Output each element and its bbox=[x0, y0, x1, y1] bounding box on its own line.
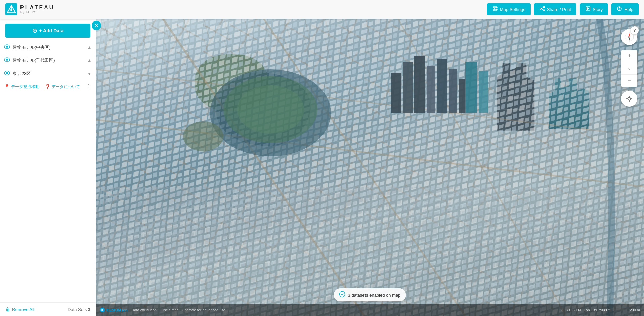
viewpoint-button[interactable]: 📍 データ視点移動 bbox=[4, 84, 39, 90]
viewpoint-label: データ視点移動 bbox=[11, 84, 39, 90]
svg-line-9 bbox=[541, 7, 543, 9]
layer-name-tokyo23: 東京23区 bbox=[13, 71, 84, 77]
zoom-out-button[interactable]: − bbox=[621, 75, 637, 87]
visibility-icon-chiyoda[interactable] bbox=[4, 57, 10, 63]
add-data-label: + Add Data bbox=[39, 28, 64, 33]
datasets-count: Data Sets 3 bbox=[68, 307, 90, 312]
map-coordinates: 35.71330°N Lon 139.79080°E 200 m bbox=[561, 308, 640, 312]
plateau-logo-icon bbox=[5, 3, 17, 15]
chevron-up-icon-chiyoda[interactable]: ▲ bbox=[87, 58, 92, 63]
longitude-display: Lon 139.79080°E bbox=[584, 308, 612, 312]
about-data-button[interactable]: ❓ データについて bbox=[45, 84, 80, 90]
svg-rect-40 bbox=[403, 62, 413, 113]
svg-marker-12 bbox=[587, 8, 589, 10]
story-icon bbox=[585, 6, 591, 13]
help-question-mark: ? bbox=[633, 28, 636, 33]
panel-close-button[interactable]: ✕ bbox=[92, 21, 101, 30]
svg-point-18 bbox=[6, 59, 8, 61]
map-canvas[interactable]: N ? + ○ − bbox=[96, 19, 644, 316]
trash-icon: 🗑 bbox=[5, 307, 10, 312]
svg-point-53 bbox=[628, 97, 631, 100]
share-icon bbox=[540, 6, 545, 13]
story-button[interactable]: Story bbox=[580, 3, 608, 15]
zoom-controls: + ○ − bbox=[621, 50, 637, 87]
help-button[interactable]: Help bbox=[611, 3, 639, 15]
sidebar: ⊕ + Add Data 建物モデル(中央区) ▲ 建物モデル(千代田区) ▲ bbox=[0, 19, 96, 316]
about-data-label: データについて bbox=[52, 84, 80, 90]
svg-point-14 bbox=[619, 10, 620, 10]
svg-rect-46 bbox=[465, 62, 477, 113]
layer-item-chiyoda[interactable]: 建物モデル(千代田区) ▲ bbox=[0, 54, 96, 67]
scale-value: 200 m bbox=[630, 308, 640, 312]
header-buttons: Map Settings Share / Print bbox=[487, 3, 639, 15]
layer-item-chuo[interactable]: 建物モデル(中央区) ▲ bbox=[0, 41, 96, 54]
upgrade-link[interactable]: Upgrade for advanced use bbox=[182, 308, 225, 312]
svg-text:N: N bbox=[629, 33, 630, 35]
svg-rect-43 bbox=[437, 59, 447, 113]
zoom-reset-button[interactable]: ○ bbox=[621, 62, 637, 75]
map-bottom-bar: CESIUM ion Data attribution Disclaimer U… bbox=[96, 304, 644, 316]
logo-subtitle: by MLIT bbox=[20, 11, 36, 14]
svg-point-6 bbox=[543, 6, 545, 8]
remove-all-button[interactable]: 🗑 Remove All bbox=[5, 307, 34, 312]
notification-text: 3 datasets enabled on map bbox=[348, 292, 401, 298]
layer-name-chiyoda: 建物モデル(千代田区) bbox=[13, 57, 84, 63]
navigation-controls: N ? + ○ − bbox=[621, 29, 637, 107]
layer-item-tokyo23[interactable]: 東京23区 ▼ bbox=[0, 67, 96, 80]
help-label: Help bbox=[624, 7, 633, 12]
share-print-button[interactable]: Share / Print bbox=[534, 3, 576, 15]
map-settings-label: Map Settings bbox=[500, 7, 525, 12]
question-icon: ❓ bbox=[45, 84, 50, 89]
add-data-button[interactable]: ⊕ + Add Data bbox=[5, 24, 90, 38]
layer-name-chuo: 建物モデル(中央区) bbox=[13, 44, 84, 50]
svg-rect-42 bbox=[427, 66, 435, 113]
map-settings-button[interactable]: Map Settings bbox=[487, 3, 531, 15]
chevron-down-icon-tokyo23[interactable]: ▼ bbox=[87, 71, 92, 76]
visibility-icon-tokyo23[interactable] bbox=[4, 71, 10, 77]
cesium-logo: CESIUM ion bbox=[100, 307, 127, 313]
datasets-label: Data Sets bbox=[68, 307, 87, 312]
logo-area: PLATEAU by MLIT bbox=[5, 3, 54, 15]
location-button[interactable] bbox=[621, 91, 637, 107]
visibility-icon-chuo[interactable] bbox=[4, 44, 10, 50]
svg-point-7 bbox=[543, 10, 545, 11]
svg-point-20 bbox=[6, 72, 8, 74]
svg-point-48 bbox=[183, 121, 223, 151]
nav-help-button[interactable]: ? bbox=[631, 26, 639, 34]
svg-rect-39 bbox=[391, 73, 401, 113]
location-pin-icon: 📍 bbox=[4, 84, 10, 89]
notification-icon bbox=[339, 291, 345, 299]
map-area[interactable]: N ? + ○ − bbox=[96, 19, 644, 316]
dataset-notification: 3 datasets enabled on map bbox=[334, 288, 406, 301]
disclaimer-link[interactable]: Disclaimer bbox=[161, 308, 178, 312]
help-icon bbox=[617, 6, 622, 13]
latitude-display: 35.71330°N bbox=[561, 308, 581, 312]
svg-point-8 bbox=[540, 8, 541, 9]
svg-rect-45 bbox=[459, 79, 465, 113]
remove-all-label: Remove All bbox=[12, 307, 34, 312]
svg-line-10 bbox=[541, 9, 543, 10]
svg-point-16 bbox=[6, 46, 8, 48]
zoom-in-icon: + bbox=[628, 53, 631, 60]
data-attribution-link[interactable]: Data attribution bbox=[131, 308, 157, 312]
header: PLATEAU by MLIT Map Settings bbox=[0, 0, 644, 19]
zoom-reset-icon: ○ bbox=[628, 66, 630, 71]
svg-rect-47 bbox=[479, 71, 488, 113]
logo-text-group: PLATEAU by MLIT bbox=[20, 5, 54, 14]
logo-title: PLATEAU bbox=[20, 5, 54, 11]
chevron-up-icon-chuo[interactable]: ▲ bbox=[87, 45, 92, 50]
more-options-icon[interactable]: ⋮ bbox=[86, 83, 92, 90]
layer-actions: 📍 データ視点移動 ❓ データについて ⋮ bbox=[0, 80, 96, 93]
add-icon: ⊕ bbox=[32, 27, 37, 34]
sidebar-bottom: 🗑 Remove All Data Sets 3 bbox=[0, 302, 96, 316]
svg-point-38 bbox=[237, 85, 304, 134]
svg-rect-41 bbox=[414, 56, 425, 113]
zoom-out-icon: − bbox=[628, 77, 631, 84]
story-label: Story bbox=[593, 7, 603, 12]
scale-line bbox=[615, 310, 628, 310]
zoom-in-button[interactable]: + bbox=[621, 50, 637, 62]
svg-rect-44 bbox=[449, 69, 457, 113]
cesium-label: CESIUM ion bbox=[106, 308, 127, 312]
share-print-label: Share / Print bbox=[547, 7, 571, 12]
svg-point-3 bbox=[10, 9, 12, 11]
